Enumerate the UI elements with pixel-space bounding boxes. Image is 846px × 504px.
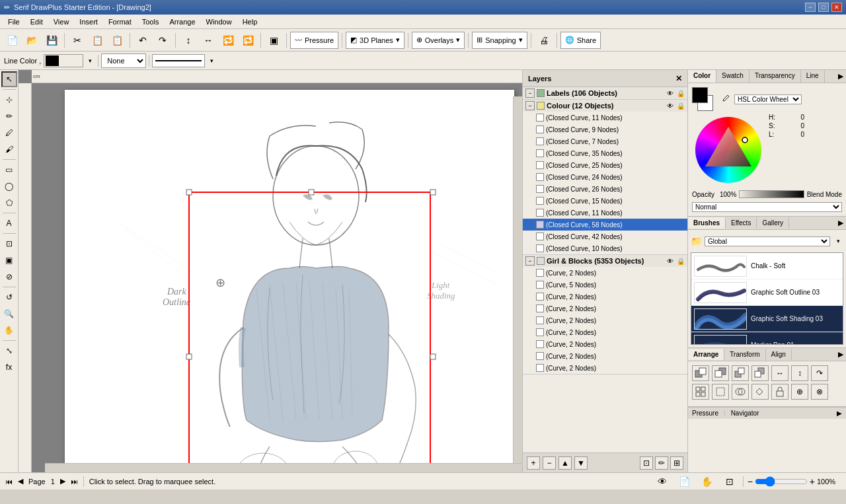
color-wheel-select[interactable]: HSL Color Wheel HSB Color Wheel RGB Colo… [734, 94, 802, 104]
pressure-tab[interactable]: Pressure [692, 410, 718, 417]
node-tool[interactable]: ⊹ [1, 92, 17, 108]
text-tool[interactable]: A [1, 215, 17, 231]
effects-tool[interactable]: fx [1, 359, 17, 375]
status-hand[interactable]: ✋ [698, 473, 716, 490]
menu-insert[interactable]: Insert [74, 17, 103, 27]
layer-group-header-girl[interactable]: − Girl & Blocks (5353 Objects) 👁 🔒 [523, 255, 687, 267]
layer-item-cc10[interactable]: (Closed Curve, 10 Nodes) [523, 242, 687, 254]
layer-vis-colour[interactable]: 👁 [667, 102, 673, 110]
arrange-flip-v[interactable]: ↕ [791, 365, 808, 381]
redo-button[interactable]: ↷ [153, 32, 172, 49]
vertical-scrollbar[interactable] [513, 96, 522, 463]
canvas-area[interactable]: cm /* inline rulers handled in CSS */ Da… [19, 70, 522, 472]
rotate-button[interactable]: 🔁 [219, 32, 237, 49]
layer-item-c2d[interactable]: (Curve, 2 Nodes) [523, 314, 687, 326]
cut-button[interactable]: ✂ [68, 32, 87, 49]
tab-transparency[interactable]: Transparency [750, 70, 801, 83]
expand-colour[interactable]: − [525, 101, 535, 110]
layer-item-cc24[interactable]: (Closed Curve, 24 Nodes) [523, 171, 687, 183]
menu-arrange[interactable]: Arrange [164, 17, 200, 27]
panels-arrow[interactable]: ▶ [837, 410, 842, 417]
print-button[interactable]: 🖨 [535, 32, 553, 49]
layer-lock-girl[interactable]: 🔒 [677, 258, 685, 265]
status-zoom-fit[interactable]: ⊡ [720, 473, 739, 490]
tab-gallery[interactable]: Gallery [757, 217, 789, 229]
brush-item-marker[interactable]: Marker Pen 01 [691, 332, 843, 345]
new-button[interactable]: 📄 [3, 32, 21, 49]
horizontal-scrollbar[interactable] [45, 463, 522, 472]
zoom-tool[interactable]: 🔍 [1, 306, 17, 322]
layers-list[interactable]: − Labels (106 Objects) 👁 🔒 − Colour (12 … [523, 87, 687, 452]
color-panel-arrow[interactable]: ▶ [835, 70, 846, 83]
paste-button[interactable]: 📋 [108, 32, 126, 49]
eyedropper-icon[interactable] [721, 94, 732, 104]
layer-options-1[interactable]: ⊡ [640, 456, 653, 470]
status-doc[interactable]: 📄 [675, 473, 694, 490]
arrange-break[interactable] [751, 384, 769, 400]
menu-edit[interactable]: Edit [25, 17, 48, 27]
eyedropper-tool[interactable]: ⊘ [1, 269, 17, 285]
layer-item-cc7[interactable]: (Closed Curve, 7 Nodes) [523, 135, 687, 147]
tab-color[interactable]: Color [688, 70, 716, 83]
pan-tool[interactable]: ✋ [1, 322, 17, 338]
tab-line[interactable]: Line [801, 70, 825, 83]
close-button[interactable]: ✕ [831, 3, 842, 12]
delete-layer-button[interactable]: − [543, 456, 556, 470]
brush-item-chalk-soft[interactable]: Chalk - Soft [691, 253, 843, 279]
arrange-ungroup[interactable] [712, 384, 729, 400]
brush-item-graphic-shading[interactable]: Graphic Soft Shading 03 [691, 306, 843, 332]
layer-vis-labels[interactable]: 👁 [667, 90, 673, 97]
pen-tool[interactable]: 🖊 [1, 125, 17, 141]
crop-tool[interactable]: ⊡ [1, 236, 17, 252]
arrange-backward-button[interactable] [751, 365, 769, 381]
layer-group-header-colour[interactable]: − Colour (12 Objects) 👁 🔒 [523, 100, 687, 112]
ellipse-tool[interactable]: ◯ [1, 178, 17, 194]
canvas-content[interactable]: Dark Outline Light Shading Light outline… [32, 83, 522, 472]
color-wheel[interactable] [695, 117, 761, 183]
open-button[interactable]: 📂 [22, 32, 41, 49]
tab-arrange[interactable]: Arrange [688, 349, 724, 360]
brush-tool[interactable]: 🖌 [1, 141, 17, 157]
zoom-in-button[interactable]: + [810, 476, 815, 487]
layer-item-cc58[interactable]: (Closed Curve, 58 Nodes) [523, 219, 687, 231]
menu-view[interactable]: View [48, 17, 75, 27]
arrange-more-1[interactable]: ⊕ [791, 384, 808, 400]
layers-close-button[interactable]: ✕ [675, 74, 682, 83]
flip-h-button[interactable]: ↔ [199, 32, 217, 49]
rotate-tool[interactable]: ↺ [1, 289, 17, 305]
maximize-button[interactable]: □ [818, 3, 829, 12]
status-eye[interactable]: 👁 [653, 473, 672, 490]
menu-file[interactable]: File [3, 17, 25, 27]
menu-window[interactable]: Window [201, 17, 237, 27]
nav-first[interactable]: ⏮ [5, 478, 13, 486]
rectangle-tool[interactable]: ▭ [1, 162, 17, 178]
layer-item-cc11[interactable]: (Closed Curve, 11 Nodes) [523, 112, 687, 124]
snapping-button[interactable]: ⊞ Snapping ▾ [472, 32, 527, 49]
expand-girl[interactable]: − [525, 256, 535, 266]
tab-swatch[interactable]: Swatch [716, 70, 750, 83]
layer-vis-girl[interactable]: 👁 [667, 258, 673, 265]
layer-item-cc35[interactable]: (Closed Curve, 35 Nodes) [523, 147, 687, 159]
tab-align[interactable]: Align [766, 349, 792, 360]
move-up-button[interactable]: ▲ [558, 456, 572, 470]
select-tool[interactable]: ↖ [1, 71, 17, 87]
layer-item-c2b[interactable]: (Curve, 2 Nodes) [523, 291, 687, 303]
drawing-canvas[interactable]: Dark Outline Light Shading Light outline… [65, 90, 514, 472]
menu-help[interactable]: Help [237, 17, 263, 27]
brush-list[interactable]: Chalk - Soft Graphic Soft Outline 03 [691, 252, 843, 345]
arrange-forward-button[interactable] [732, 365, 749, 381]
zoom-out-button[interactable]: − [748, 476, 753, 487]
flip-v-button[interactable]: ↕ [179, 32, 198, 49]
expand-labels[interactable]: − [525, 89, 535, 98]
arrange-flip-h[interactable]: ↔ [771, 365, 788, 381]
layer-item-c2a[interactable]: (Curve, 2 Nodes) [523, 267, 687, 279]
layer-group-header-labels[interactable]: − Labels (106 Objects) 👁 🔒 [523, 87, 687, 99]
arrange-more-2[interactable]: ⊗ [811, 384, 828, 400]
layer-item-cc42[interactable]: (Closed Curve, 42 Nodes) [523, 231, 687, 242]
arrange-panel-arrow[interactable]: ▶ [835, 348, 846, 361]
select-button[interactable]: ▣ [264, 32, 283, 49]
3d-planes-button[interactable]: ◩ 3D Planes ▾ [346, 32, 404, 49]
layer-lock-colour[interactable]: 🔒 [677, 102, 685, 110]
opacity-slider[interactable] [739, 190, 804, 198]
arrange-combine[interactable] [732, 384, 749, 400]
